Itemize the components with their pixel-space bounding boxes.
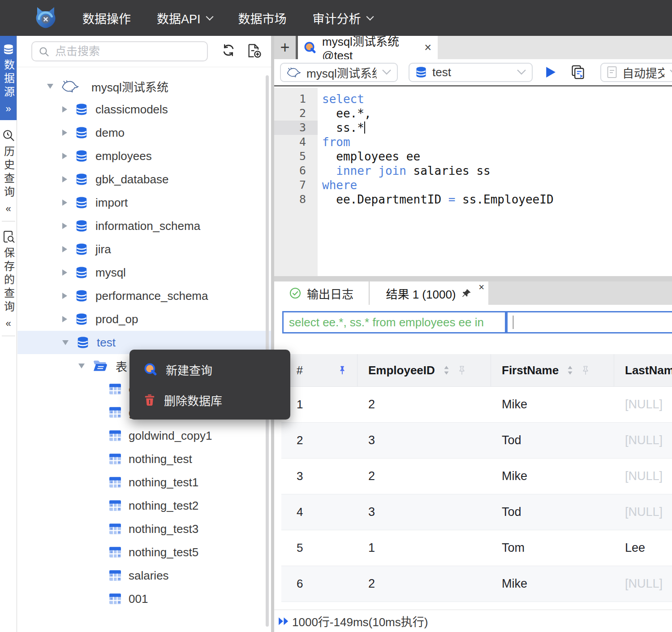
tree-item-employees[interactable]: employees (17, 144, 271, 168)
table-cell[interactable]: 2 (358, 387, 491, 422)
tree-item-demo[interactable]: demo (17, 121, 271, 144)
run-query-button[interactable] (543, 65, 557, 79)
table-cell[interactable]: Tod (491, 423, 614, 458)
table-cell[interactable]: [NULL] (614, 566, 672, 602)
table-cell[interactable]: [NULL] (614, 423, 672, 458)
code-line-7[interactable]: 7where (274, 178, 672, 192)
column-header-FirstName[interactable]: FirstName (491, 354, 614, 386)
table-row[interactable]: 62Mike[NULL] (281, 566, 672, 602)
tree-item-information_schema[interactable]: information_schema (17, 214, 271, 238)
table-cell[interactable]: 6 (281, 566, 358, 602)
code-line-8[interactable]: 8 ee.DepartmentID = ss.EmployeeID (274, 192, 672, 207)
pin-column-icon[interactable] (581, 365, 590, 376)
tree-item-001[interactable]: 001 (17, 587, 271, 610)
navbar-item-3[interactable]: 审计分析 (313, 9, 373, 27)
tree-item-nothing_test[interactable]: nothing_test (17, 447, 271, 471)
pushpin-icon[interactable] (461, 288, 472, 299)
table-cell[interactable]: Mike (491, 566, 614, 602)
table-cell[interactable]: Mike (491, 459, 614, 494)
context-menu-delete-database[interactable]: 删除数据库 (129, 385, 290, 415)
rail-tab-datasource[interactable]: 数据源 » (0, 36, 17, 120)
tree-item-jira[interactable]: jira (17, 238, 271, 261)
tree-item-classicmodels[interactable]: classicmodels (17, 98, 271, 121)
tree-item-nothing_test5[interactable]: nothing_test5 (17, 541, 271, 564)
expand-triangle-icon[interactable] (62, 269, 67, 276)
table-row[interactable]: 12Mike[NULL] (281, 387, 672, 423)
expand-triangle-icon[interactable] (62, 199, 67, 206)
close-result-icon[interactable]: × (478, 281, 484, 293)
code-line-6[interactable]: 6 inner join salaries ss (274, 164, 672, 178)
tree-item-import[interactable]: import (17, 191, 271, 214)
table-cell[interactable]: Tom (491, 530, 614, 566)
table-cell[interactable]: 2 (358, 459, 491, 494)
table-row[interactable]: 43Tod[NULL] (281, 494, 672, 530)
sort-icon[interactable] (567, 365, 573, 376)
table-cell[interactable]: 2 (358, 566, 491, 602)
expand-triangle-icon[interactable] (62, 223, 67, 229)
table-cell[interactable]: 4 (281, 494, 358, 530)
table-row[interactable]: 51TomLee (281, 530, 672, 566)
rail-tab-saved-queries[interactable]: 保存的查询 « (0, 230, 17, 329)
table-cell[interactable]: 1 (358, 530, 491, 566)
navbar-item-2[interactable]: 数据市场 (238, 9, 287, 27)
new-query-file-icon[interactable] (246, 43, 262, 58)
expand-triangle-icon[interactable] (62, 246, 67, 252)
context-menu-new-query[interactable]: 新建查询 (129, 354, 290, 385)
expand-triangle-icon[interactable] (62, 106, 67, 113)
collapse-triangle-icon[interactable] (62, 340, 69, 345)
tree-item-prod_op[interactable]: prod_op (17, 307, 271, 331)
panel-divider[interactable] (271, 36, 274, 632)
table-row[interactable]: 23Tod[NULL] (281, 423, 672, 459)
collapse-chevron-icon[interactable]: « (5, 318, 11, 329)
tree-item-gbk_database[interactable]: gbk_database (17, 168, 271, 191)
collapse-chevron-icon[interactable]: « (5, 203, 11, 215)
table-cell[interactable]: 5 (281, 530, 358, 566)
sort-icon[interactable] (443, 365, 450, 376)
expand-triangle-icon[interactable] (62, 316, 67, 322)
table-cell[interactable]: [NULL] (614, 459, 672, 494)
autocommit-select[interactable]: 自动提交 (600, 63, 672, 82)
tree-item-salaries[interactable]: salaries (17, 564, 271, 587)
table-cell[interactable]: 2 (281, 423, 358, 458)
new-tab-button[interactable]: + (274, 36, 296, 59)
table-cell[interactable]: 3 (281, 459, 358, 494)
tree-search-box[interactable] (31, 41, 208, 61)
refresh-icon[interactable] (221, 43, 236, 57)
expand-triangle-icon[interactable] (62, 130, 67, 136)
table-cell[interactable]: 1 (281, 387, 358, 422)
expand-triangle-icon[interactable] (62, 293, 67, 299)
tree-item-goldwind_copy1[interactable]: goldwind_copy1 (17, 424, 271, 447)
code-line-2[interactable]: 2 ee.*, (274, 106, 672, 121)
connection-select[interactable]: mysql测试系统 (280, 63, 398, 82)
code-line-4[interactable]: 4from (274, 135, 672, 149)
pin-column-icon[interactable] (457, 365, 467, 376)
column-header-EmployeeID[interactable]: EmployeeID (358, 354, 491, 386)
result-tab[interactable]: 结果 1 (1000) × (370, 281, 488, 305)
code-line-1[interactable]: 1select (274, 92, 672, 106)
navbar-item-1[interactable]: 数据API (157, 9, 212, 27)
expand-triangle-icon[interactable] (62, 153, 67, 159)
navbar-item-0[interactable]: 数据操作 (82, 9, 131, 27)
table-cell[interactable]: Tod (491, 494, 614, 530)
execution-plan-icon[interactable] (570, 65, 586, 80)
database-select[interactable]: test (409, 63, 533, 82)
search-input[interactable] (55, 45, 201, 58)
tree-item-performance_schema[interactable]: performance_schema (17, 284, 271, 307)
expand-triangle-icon[interactable] (62, 176, 67, 182)
rail-tab-history-queries[interactable]: 历史查询 « (0, 129, 17, 215)
table-cell[interactable]: [NULL] (614, 387, 672, 422)
close-tab-icon[interactable]: × (424, 41, 431, 55)
sql-preview-cell-empty[interactable] (506, 311, 672, 333)
table-cell[interactable]: 3 (358, 423, 491, 458)
code-line-3[interactable]: 3 ss.* (274, 121, 672, 135)
code-line-5[interactable]: 5 employees ee (274, 149, 672, 164)
query-tab[interactable]: mysql测试系统@test × (298, 36, 438, 59)
table-cell[interactable]: Mike (491, 387, 614, 422)
column-header-#[interactable]: # (281, 354, 358, 386)
collapse-triangle-icon[interactable] (78, 364, 85, 368)
collapse-chevron-icon[interactable]: » (5, 103, 11, 115)
table-cell[interactable]: Lee (614, 530, 672, 566)
editor-output-divider[interactable] (274, 276, 672, 281)
table-cell[interactable]: 3 (358, 494, 491, 530)
table-cell[interactable]: [NULL] (614, 494, 672, 530)
